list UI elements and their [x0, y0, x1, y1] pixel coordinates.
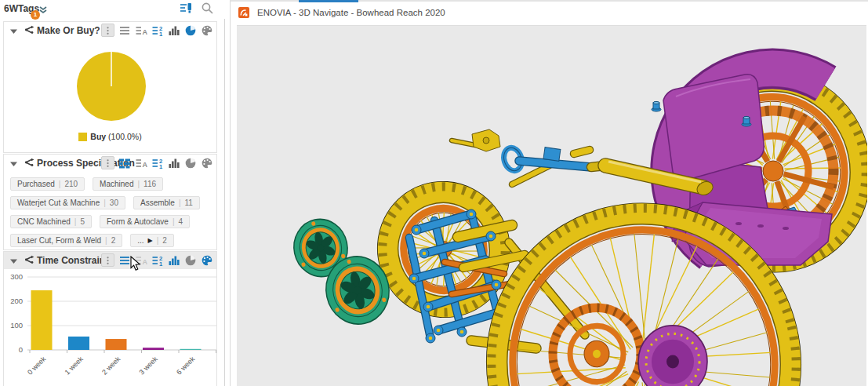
- chip-count: 30: [110, 198, 118, 207]
- bar-chart-view-icon[interactable]: [167, 24, 180, 37]
- panel-process-specification: Process Specification A21 Purchased|210M…: [3, 154, 217, 250]
- mouse-cursor-icon: [130, 256, 141, 271]
- chip-label: Waterjet Cut & Machine: [17, 198, 100, 207]
- time-constraint-bar-chart: 30020010000 week1 week2 week3 week6 week: [4, 269, 218, 384]
- app-icon: [238, 7, 249, 18]
- legend-label: Buy: [90, 132, 106, 141]
- pie-chart: [4, 39, 218, 127]
- panel-toolbar: A21: [101, 156, 213, 169]
- play-icon[interactable]: ▶: [148, 237, 153, 244]
- svg-text:3 week: 3 week: [138, 355, 160, 377]
- 3d-navigate-window: ENOVIA - 3D Navigate - Bowhead Reach 202…: [230, 0, 868, 386]
- panel-title: Make Or Buy?: [37, 25, 100, 36]
- window-titlebar[interactable]: ENOVIA - 3D Navigate - Bowhead Reach 202…: [231, 2, 868, 24]
- tag-chip[interactable]: ...▶|2: [130, 234, 174, 247]
- svg-text:2 week: 2 week: [100, 355, 122, 377]
- svg-text:1: 1: [159, 163, 162, 169]
- palette-icon[interactable]: [200, 253, 213, 267]
- chip-count: 11: [184, 198, 192, 207]
- tag-chip[interactable]: Laser Cut, Form & Weld|2: [10, 234, 122, 247]
- bar-1 week: [68, 337, 89, 350]
- application-window: 6WTags 1: [0, 0, 868, 386]
- tag-chip[interactable]: Waterjet Cut & Machine|30: [10, 196, 125, 209]
- bar-chart-view-icon[interactable]: [167, 253, 180, 267]
- chip-count: 4: [179, 217, 183, 226]
- panel-time-constraint-header[interactable]: Time Constraint A21: [4, 252, 216, 269]
- svg-text:6 week: 6 week: [175, 355, 197, 377]
- menu-dots-icon[interactable]: [101, 253, 114, 267]
- pie-chart-view-icon[interactable]: [183, 156, 197, 169]
- bar-0 week: [31, 290, 53, 350]
- 6wtags-sidebar: 6WTags 1: [0, 0, 222, 386]
- svg-text:1: 1: [159, 260, 162, 267]
- svg-text:100: 100: [10, 321, 23, 330]
- sort-alpha-icon[interactable]: A: [134, 156, 147, 169]
- svg-text:A: A: [142, 28, 147, 36]
- panel-make-or-buy: Make Or Buy? A21 Buy (100.0%): [3, 21, 217, 153]
- tag-chip[interactable]: CNC Machined|5: [10, 215, 92, 228]
- panel-process-specification-header[interactable]: Process Specification A21: [4, 155, 216, 172]
- bar-3 week: [143, 348, 164, 350]
- sidebar-divider: [224, 19, 225, 386]
- palette-icon[interactable]: [200, 24, 213, 37]
- svg-text:A: A: [142, 161, 147, 169]
- panel-toolbar: A21: [101, 253, 213, 267]
- chip-label: ...: [137, 236, 143, 245]
- sort-count-icon[interactable]: 21: [151, 24, 164, 37]
- svg-text:200: 200: [10, 297, 23, 305]
- chip-count: 2: [162, 236, 167, 245]
- panel-toolbar: A21: [101, 24, 213, 37]
- sort-count-icon[interactable]: 21: [151, 253, 164, 267]
- menu-dots-icon[interactable]: [101, 24, 114, 37]
- chip-label: Laser Cut, Form & Weld: [17, 236, 101, 245]
- chip-count: 116: [143, 180, 156, 188]
- sort-count-icon[interactable]: 21: [151, 156, 164, 169]
- panel-time-constraint: Time Constraint A21 30020010000 week1 we…: [3, 251, 217, 386]
- category-icon: [24, 24, 35, 38]
- filter-sort-icon[interactable]: [180, 2, 193, 15]
- palette-icon[interactable]: [200, 156, 213, 169]
- chip-label: CNC Machined: [17, 217, 71, 226]
- svg-text:A: A: [142, 258, 147, 266]
- category-icon: [24, 253, 35, 268]
- 3d-viewport[interactable]: [237, 25, 866, 386]
- chip-label: Form & Autoclave: [107, 217, 169, 226]
- bar-chart-view-icon[interactable]: [167, 156, 180, 169]
- chip-label: Machined: [100, 180, 133, 188]
- chip-count: 5: [80, 217, 85, 226]
- category-icon: [24, 156, 35, 170]
- tag-view-icon[interactable]: [118, 156, 131, 169]
- list-view-icon[interactable]: [118, 253, 131, 267]
- 6wtags-header: 6WTags 1: [0, 0, 222, 20]
- chip-count: 2: [111, 236, 116, 245]
- tag-chip[interactable]: Assemble|11: [133, 196, 200, 209]
- tag-count-badge: 1: [31, 10, 40, 20]
- search-icon[interactable]: [201, 2, 214, 15]
- panel-caret-icon[interactable]: [10, 156, 17, 170]
- svg-text:300: 300: [10, 272, 23, 281]
- list-view-icon[interactable]: [118, 24, 131, 37]
- tag-chip[interactable]: Purchased|210: [10, 177, 85, 191]
- panel-caret-icon[interactable]: [10, 253, 17, 268]
- svg-text:0: 0: [19, 345, 23, 354]
- panel-title: Time Constraint: [37, 255, 108, 266]
- menu-dots-icon[interactable]: [101, 156, 114, 169]
- svg-text:0 week: 0 week: [26, 355, 48, 377]
- sort-alpha-icon[interactable]: A: [134, 24, 147, 37]
- bar-2 week: [106, 339, 127, 350]
- pie-chart-view-icon[interactable]: [183, 253, 197, 267]
- svg-text:1: 1: [159, 31, 162, 37]
- chip-label: Purchased: [17, 180, 55, 188]
- legend-swatch: [78, 133, 87, 141]
- tag-chip[interactable]: Form & Autoclave|4: [100, 215, 190, 228]
- chip-label: Assemble: [140, 198, 175, 207]
- pie-legend: Buy (100.0%): [4, 132, 216, 141]
- tag-chip-list: Purchased|210Machined|116Waterjet Cut & …: [4, 172, 216, 253]
- pie-chart-view-icon[interactable]: [183, 24, 197, 37]
- legend-value: (100.0%): [108, 132, 142, 141]
- svg-text:1 week: 1 week: [64, 355, 85, 377]
- tag-chip[interactable]: Machined|116: [93, 177, 163, 191]
- panel-make-or-buy-header[interactable]: Make Or Buy? A21: [4, 22, 216, 39]
- panel-caret-icon[interactable]: [10, 24, 17, 38]
- make-or-buy-pie-chart: Buy (100.0%): [4, 39, 216, 141]
